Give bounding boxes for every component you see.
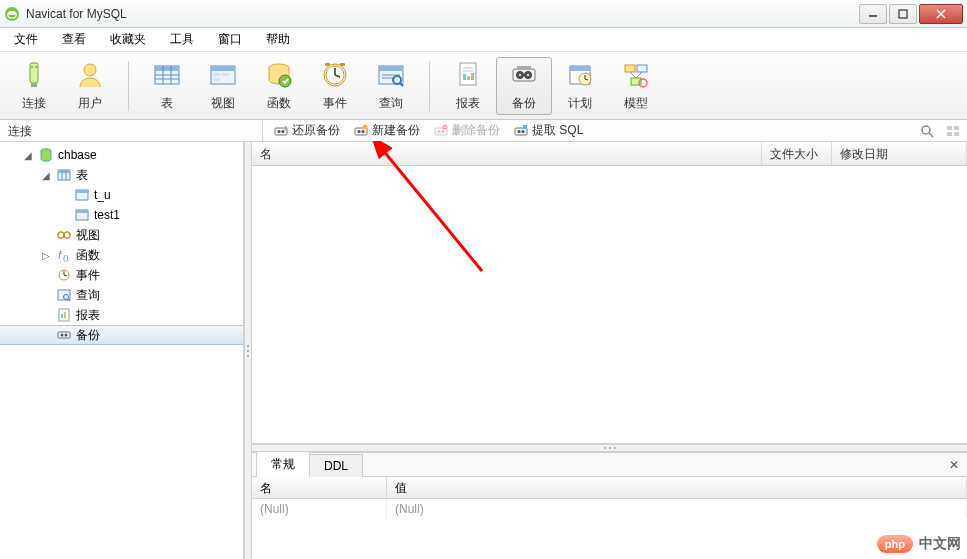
connection-tree[interactable]: ◢ chbase ◢ 表 t_u test1 视图 ▷ f() 函数 [0, 142, 244, 559]
main-area: ◢ chbase ◢ 表 t_u test1 视图 ▷ f() 函数 [0, 142, 967, 559]
tab-general[interactable]: 常规 [256, 451, 310, 477]
details-col-value[interactable]: 值 [387, 477, 967, 498]
toolbar-query[interactable]: 查询 [363, 57, 419, 115]
events-icon [56, 267, 72, 283]
search-button[interactable] [919, 123, 935, 139]
svg-point-45 [519, 74, 521, 76]
tables-icon [56, 167, 72, 183]
svg-point-23 [279, 75, 291, 87]
window-title: Navicat for MySQL [26, 7, 857, 21]
menu-favorites[interactable]: 收藏夹 [100, 29, 156, 50]
tree-backups[interactable]: 备份 [0, 325, 243, 345]
tree-db[interactable]: ◢ chbase [0, 145, 243, 165]
horizontal-resize-handle[interactable] [252, 444, 967, 452]
tree-views-label: 视图 [76, 227, 100, 244]
details-col-name[interactable]: 名 [252, 477, 387, 498]
details-close-button[interactable]: ✕ [941, 454, 967, 476]
toolbar-query-label: 查询 [379, 95, 403, 112]
user-icon [74, 59, 106, 91]
details-grid-header: 名 值 [252, 477, 967, 499]
svg-point-106 [247, 345, 249, 347]
svg-point-107 [247, 350, 249, 352]
menu-help[interactable]: 帮助 [256, 29, 300, 50]
backups-icon [56, 327, 72, 343]
svg-rect-78 [954, 126, 959, 130]
tree-table-item[interactable]: t_u [0, 185, 243, 205]
tree-tables[interactable]: ◢ 表 [0, 165, 243, 185]
menu-view[interactable]: 查看 [52, 29, 96, 50]
svg-point-90 [58, 232, 64, 238]
sidebar-resize-handle[interactable] [244, 142, 252, 559]
svg-rect-79 [947, 132, 952, 136]
details-tabs: 常规 DDL ✕ [252, 453, 967, 477]
tree-queries[interactable]: 查询 [0, 285, 243, 305]
expand-icon[interactable]: ▷ [40, 250, 52, 261]
toolbar-function-label: 函数 [267, 95, 291, 112]
window-controls [857, 4, 963, 24]
query-icon [375, 59, 407, 91]
svg-point-65 [363, 124, 368, 129]
svg-rect-7 [31, 83, 37, 87]
tree-functions[interactable]: ▷ f() 函数 [0, 245, 243, 265]
col-modified[interactable]: 修改日期 [832, 142, 967, 165]
views-icon [56, 227, 72, 243]
new-backup-button[interactable]: 新建备份 [349, 120, 425, 141]
delete-backup-label: 删除备份 [452, 122, 500, 139]
delete-backup-button[interactable]: 删除备份 [429, 120, 505, 141]
tab-ddl[interactable]: DDL [309, 454, 363, 477]
toolbar-schedule[interactable]: 计划 [552, 57, 608, 115]
maximize-button[interactable] [889, 4, 917, 24]
backup-list[interactable] [252, 166, 967, 444]
extract-sql-button[interactable]: 提取 SQL [509, 120, 588, 141]
close-button[interactable] [919, 4, 963, 24]
menu-window[interactable]: 窗口 [208, 29, 252, 50]
svg-text:f: f [58, 249, 62, 261]
tree-db-label: chbase [58, 148, 97, 162]
svg-rect-21 [213, 78, 220, 81]
collapse-icon[interactable]: ◢ [22, 150, 34, 161]
col-filesize[interactable]: 文件大小 [762, 142, 832, 165]
tree-events[interactable]: 事件 [0, 265, 243, 285]
toolbar-view[interactable]: 视图 [195, 57, 251, 115]
view-icon [207, 59, 239, 91]
minimize-button[interactable] [859, 4, 887, 24]
svg-rect-47 [517, 66, 531, 70]
content-area: 名 文件大小 修改日期 常规 DDL ✕ 名 值 (Nu [252, 142, 967, 559]
toolbar-event-label: 事件 [323, 95, 347, 112]
collapse-icon[interactable]: ◢ [40, 170, 52, 181]
menu-file[interactable]: 文件 [4, 29, 48, 50]
svg-rect-102 [64, 312, 66, 318]
svg-point-73 [522, 130, 525, 133]
tree-events-label: 事件 [76, 267, 100, 284]
toolbar-model[interactable]: 模型 [608, 57, 664, 115]
database-icon [38, 147, 54, 163]
toolbar-connection[interactable]: 连接 [6, 57, 62, 115]
tree-views[interactable]: 视图 [0, 225, 243, 245]
tree-table-item[interactable]: test1 [0, 205, 243, 225]
toolbar-table[interactable]: 表 [139, 57, 195, 115]
svg-rect-12 [155, 66, 179, 71]
view-mode-button[interactable] [945, 123, 961, 139]
menu-tools[interactable]: 工具 [160, 29, 204, 50]
svg-rect-19 [213, 73, 220, 76]
schedule-icon [564, 59, 596, 91]
svg-point-64 [362, 130, 365, 133]
toolbar-separator [128, 61, 129, 111]
toolbar-event[interactable]: 事件 [307, 57, 363, 115]
toolbar-function[interactable]: 函数 [251, 57, 307, 115]
col-name[interactable]: 名 [252, 142, 762, 165]
svg-point-72 [518, 130, 521, 133]
watermark-text: 中文网 [919, 535, 961, 553]
svg-point-8 [31, 66, 33, 68]
tree-reports[interactable]: 报表 [0, 305, 243, 325]
app-icon [4, 6, 20, 22]
svg-rect-31 [379, 66, 403, 71]
tree-backups-label: 备份 [76, 327, 100, 344]
toolbar-report[interactable]: 报表 [440, 57, 496, 115]
tab-connections[interactable]: 连接 [0, 120, 263, 141]
details-pane: 常规 DDL ✕ 名 值 (Null) (Null) [252, 452, 967, 559]
details-row[interactable]: (Null) (Null) [252, 499, 967, 519]
restore-backup-button[interactable]: 还原备份 [269, 120, 345, 141]
toolbar-backup[interactable]: 备份 [496, 57, 552, 115]
toolbar-user[interactable]: 用户 [62, 57, 118, 115]
